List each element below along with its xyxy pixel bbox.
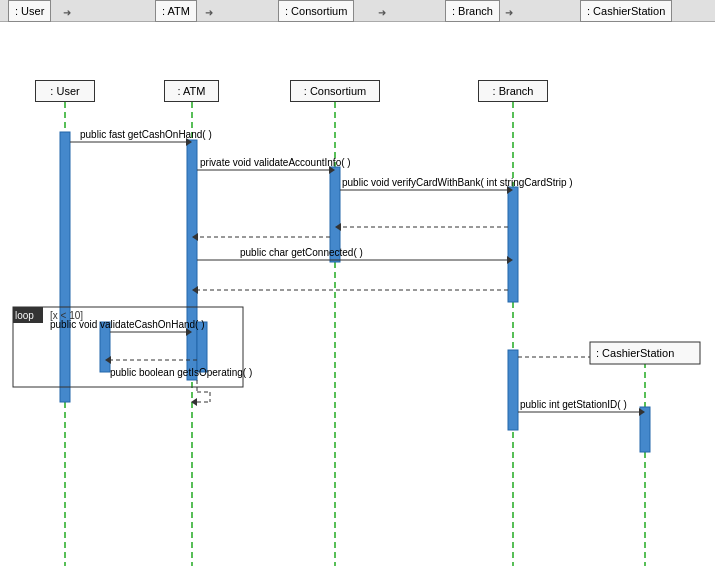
- activation-branch-2: [508, 350, 518, 430]
- actor-consortium-label: : Consortium: [304, 85, 366, 97]
- msg-arrow-12: [639, 408, 645, 416]
- msg-label-1: public fast getCashOnHand( ): [80, 129, 212, 140]
- actor-user: : User: [35, 80, 95, 102]
- msg-arrow-4: [335, 223, 341, 231]
- msg-label-12: public int getStationID( ): [520, 399, 627, 410]
- loop-guard-text: [x < 10]: [50, 310, 83, 321]
- diagram-area: public fast getCashOnHand( ) private voi…: [0, 22, 715, 566]
- top-actor-atm: : ATM: [155, 0, 197, 22]
- msg-arrow-6: [507, 256, 513, 264]
- diagram-container: : User ➜ : ATM ➜ : Consortium ➜ : Branch…: [0, 0, 715, 566]
- top-actor-user: : User: [8, 0, 51, 22]
- top-bar: : User ➜ : ATM ➜ : Consortium ➜ : Branch…: [0, 0, 715, 22]
- msg-arrow-10: [191, 398, 197, 406]
- loop-label-text: loop: [15, 310, 34, 321]
- activation-branch-1: [508, 187, 518, 302]
- diagram-svg: public fast getCashOnHand( ) private voi…: [0, 22, 715, 566]
- msg-arrow-2: [329, 166, 335, 174]
- activation-user: [60, 132, 70, 402]
- actor-branch-label: : Branch: [493, 85, 534, 97]
- activation-atm-2: [197, 322, 207, 372]
- msg-label-6: public char getConnected( ): [240, 247, 363, 258]
- activation-user-2: [100, 322, 110, 372]
- cashierstation-actor-label: : CashierStation: [596, 347, 674, 359]
- loop-frame: [13, 307, 243, 387]
- msg-label-10: public boolean getIsOperating( ): [110, 367, 252, 378]
- actor-user-label: : User: [50, 85, 79, 97]
- actor-branch: : Branch: [478, 80, 548, 102]
- actor-consortium: : Consortium: [290, 80, 380, 102]
- msg-arrow-7: [192, 286, 198, 294]
- msg-arrow-9: [105, 356, 111, 364]
- msg-arrow-1: [186, 138, 192, 146]
- activation-cashierstation: [640, 407, 650, 452]
- top-actor-cashierstation: : CashierStation: [580, 0, 672, 22]
- msg-arrow-3: [507, 186, 513, 194]
- msg-label-8: public void validateCashOnHand( ): [50, 319, 205, 330]
- msg-arrow-8: [186, 328, 192, 336]
- top-actor-consortium: : Consortium: [278, 0, 354, 22]
- cashierstation-actor-box: [590, 342, 700, 364]
- activation-atm-1: [187, 140, 197, 380]
- msg-arrow-11: [638, 353, 644, 361]
- top-actor-branch: : Branch: [445, 0, 500, 22]
- msg-label-3: public void verifyCardWithBank( int stri…: [342, 177, 573, 188]
- msg-label-2: private void validateAccountInfo( ): [200, 157, 351, 168]
- activation-consortium: [330, 167, 340, 262]
- msg-arrow-5: [192, 233, 198, 241]
- actor-atm-label: : ATM: [178, 85, 206, 97]
- actor-atm: : ATM: [164, 80, 219, 102]
- loop-label-bg: [13, 307, 43, 323]
